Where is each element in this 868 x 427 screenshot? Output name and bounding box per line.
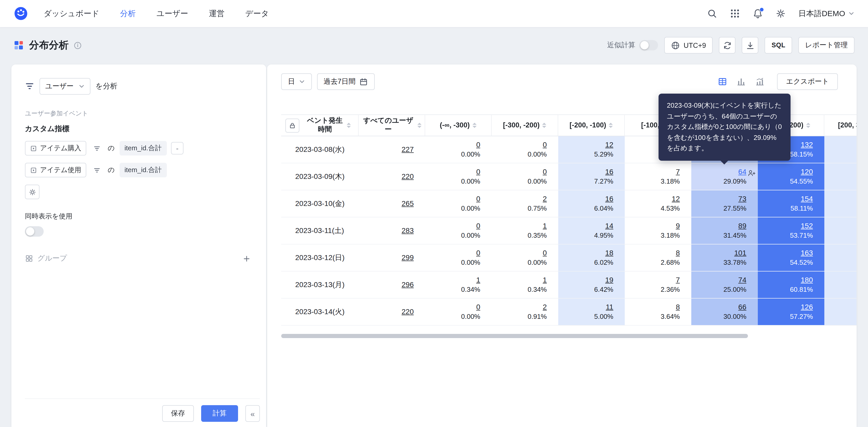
bucket-count-link[interactable]: 101 — [734, 248, 746, 258]
total-users-link[interactable]: 296 — [402, 280, 414, 290]
info-icon[interactable] — [74, 41, 82, 49]
bucket-count-link[interactable]: 154 — [801, 194, 813, 204]
aggregation-chip[interactable]: item_id.合計 — [119, 141, 167, 155]
notifications-bell-icon[interactable] — [753, 8, 763, 19]
total-users-link[interactable]: 220 — [402, 172, 414, 181]
column-header-bucket[interactable]: [-300, -200) — [492, 114, 558, 136]
bucket-count-link[interactable]: 89 — [738, 221, 746, 231]
remove-event-button[interactable]: - — [171, 142, 184, 154]
nav-item-data[interactable]: データ — [245, 8, 269, 19]
bucket-count-link[interactable]: 73 — [738, 194, 746, 204]
refresh-button[interactable] — [719, 37, 736, 54]
subject-dropdown[interactable]: ユーザー — [39, 78, 90, 95]
bucket-count-link[interactable]: 11 — [606, 302, 613, 312]
bucket-count-link[interactable]: 8 — [676, 302, 680, 312]
save-button[interactable]: 保存 — [162, 405, 194, 422]
bucket-count-link[interactable]: 12 — [672, 194, 680, 204]
timezone-button[interactable]: UTC+9 — [664, 37, 713, 54]
nav-item-operations[interactable]: 運営 — [209, 8, 224, 19]
bucket-cell: 72.36% — [625, 272, 691, 298]
column-header-bucket[interactable]: [-200, -100) — [558, 114, 625, 136]
horizontal-scrollbar[interactable] — [281, 334, 748, 338]
bucket-count-link[interactable]: 0 — [476, 140, 480, 150]
bucket-count-link[interactable]: 12 — [605, 140, 613, 150]
bucket-count-link[interactable]: 0 — [476, 248, 480, 258]
account-menu[interactable]: 日本語DEMO — [798, 8, 855, 19]
export-button[interactable]: エクスポート — [777, 73, 838, 90]
total-users-link[interactable]: 227 — [402, 145, 414, 154]
bucket-count-link[interactable]: 163 — [801, 248, 813, 258]
column-header-bucket[interactable]: [200, 300) — [824, 114, 857, 136]
bucket-count-link[interactable]: 8 — [676, 248, 680, 258]
calculate-button[interactable]: 計算 — [201, 405, 238, 422]
bucket-count-link[interactable]: 14 — [605, 221, 613, 231]
bucket-count-link[interactable]: 18 — [605, 248, 613, 258]
total-users-link[interactable]: 299 — [402, 253, 414, 263]
simultaneous-display-toggle[interactable] — [25, 226, 44, 237]
column-header-total-users[interactable]: すべてのユーザー — [359, 114, 425, 136]
bucket-count-link[interactable]: 2 — [542, 302, 547, 312]
bucket-count-link[interactable]: 1 — [542, 221, 547, 231]
apps-grid-icon[interactable] — [730, 8, 740, 19]
collapse-panel-button[interactable]: « — [245, 405, 260, 422]
bucket-count-link[interactable]: 152 — [801, 221, 813, 231]
bucket-count-link[interactable]: 1 — [542, 275, 547, 285]
bucket-count-link[interactable]: 7 — [676, 167, 680, 177]
filter-icon[interactable] — [90, 142, 103, 154]
aggregation-chip[interactable]: item_id.合計 — [119, 163, 167, 177]
nav-item-dashboard[interactable]: ダッシュボード — [44, 8, 99, 19]
create-user-group-icon[interactable] — [747, 170, 756, 176]
chevron-down-icon — [848, 10, 855, 17]
bucket-count-link[interactable]: 66 — [738, 302, 746, 312]
sql-button[interactable]: SQL — [765, 37, 792, 54]
bucket-count-link[interactable]: 7 — [676, 275, 680, 285]
bucket-count-link[interactable]: 120 — [801, 167, 813, 177]
nav-item-users[interactable]: ユーザー — [156, 8, 188, 19]
granularity-dropdown[interactable]: 日 — [281, 73, 312, 90]
bucket-count-link[interactable]: 74 — [738, 275, 746, 285]
download-button[interactable] — [742, 37, 758, 54]
search-icon[interactable] — [707, 8, 717, 19]
bar-chart-view-icon[interactable] — [734, 74, 749, 89]
bucket-count-link[interactable]: 0 — [476, 302, 480, 312]
bucket-count-link[interactable]: 9 — [676, 221, 680, 231]
bucket-percent: 54.52% — [790, 258, 813, 267]
report-management-button[interactable]: レポート管理 — [798, 37, 855, 54]
bucket-count-link[interactable]: 19 — [605, 275, 613, 285]
brand-logo[interactable] — [13, 6, 28, 21]
bucket-count-link[interactable]: 0 — [542, 248, 547, 258]
bucket-count-link[interactable]: 132 — [801, 140, 813, 150]
bucket-count-link[interactable]: 0 — [476, 167, 480, 177]
bucket-count-link[interactable]: 64 — [738, 167, 746, 177]
bucket-count-link[interactable]: 180 — [801, 275, 813, 285]
bucket-count-link[interactable]: 0 — [542, 167, 547, 177]
settings-gear-icon[interactable] — [775, 8, 786, 19]
trend-chart-view-icon[interactable] — [752, 74, 768, 89]
total-users-link[interactable]: 220 — [402, 307, 414, 317]
bucket-count-link[interactable]: 16 — [605, 194, 613, 204]
lock-column-icon[interactable] — [285, 118, 299, 132]
metric-settings-gear-icon[interactable] — [25, 184, 39, 199]
bucket-count-link[interactable]: 0 — [476, 194, 480, 204]
event-chip[interactable]: アイテム使用 — [25, 163, 86, 177]
bucket-count-link[interactable]: 2 — [542, 194, 547, 204]
nav-item-analysis[interactable]: 分析 — [120, 8, 136, 19]
total-users-link[interactable]: 283 — [402, 226, 414, 236]
column-header-bucket[interactable]: (-∞, -300) — [425, 114, 492, 136]
approx-calc-toggle[interactable] — [640, 40, 658, 51]
column-header-event-time[interactable]: ベント発生時間 — [281, 114, 359, 136]
bucket-cell: 15253.71% — [758, 218, 824, 245]
filter-icon[interactable] — [90, 164, 103, 176]
event-chip[interactable]: アイテム購入 — [25, 141, 86, 155]
bucket-count-link[interactable]: 1 — [476, 275, 480, 285]
bucket-count-link[interactable]: 126 — [801, 302, 813, 312]
bucket-count-link[interactable]: 0 — [476, 221, 480, 231]
date-range-picker[interactable]: 過去7日間 — [317, 73, 375, 90]
table-view-icon[interactable] — [715, 74, 731, 89]
bucket-count-link[interactable]: 0 — [542, 140, 547, 150]
analysis-config-panel: ユーザー を分析 ユーザー参加イベント カスタム指標 アイテム購入 の item… — [11, 64, 266, 427]
bucket-count-link[interactable]: 16 — [605, 167, 613, 177]
add-group-icon[interactable] — [240, 252, 253, 265]
total-users-link[interactable]: 265 — [402, 199, 414, 208]
bucket-cell: 167.27% — [558, 163, 625, 190]
